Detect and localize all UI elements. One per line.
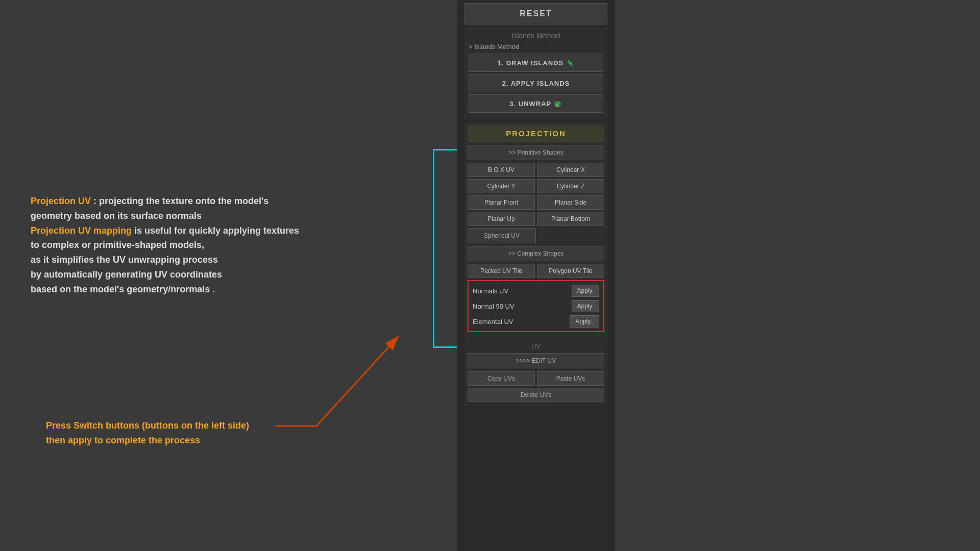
uv-section: UV >>>> EDIT UV Copy UVs Paste UVs Delet… [464,339,607,405]
complex-shapes-button[interactable]: >> Complex Shapes [468,246,604,261]
projection-uv-mapping-label: Projection UV mapping [31,226,132,236]
planar-front-button[interactable]: Planar Front [468,195,535,210]
description-line2: geometry based on its surface normals [31,209,327,223]
primitive-shapes-button[interactable]: >> Primitive Shapes [468,145,604,160]
normals-uv-apply-button[interactable]: Apply. [572,285,599,297]
description-line7: based on the model's geometry/nrormals . [31,282,327,297]
copy-uvs-button[interactable]: Copy UVs [468,371,535,386]
copy-paste-row: Copy UVs Paste UVs [468,371,604,386]
description-line4: to complex or primitive-shaped models, [31,238,327,253]
box-uv-button[interactable]: B O X UV [468,163,535,177]
elemental-uv-row: Elemental UV Apply.. [471,314,601,329]
instruction-line1: Press Switch buttons (buttons on the lef… [46,418,249,433]
normal-90-uv-label: Normal 90 UV [473,303,514,310]
planar-bottom-button[interactable]: Planar Bottom [537,212,604,226]
description-line5: as it simplifies the UV unwrapping proce… [31,253,327,267]
description-line6: by automatically generating UV coordinat… [31,267,327,282]
description-line1b: : projecting the texture onto the model'… [91,196,268,206]
normal-90-uv-row: Normal 90 UV Apply. [471,298,601,314]
btn-row-3: Planar Front Planar Side [468,195,604,210]
draw-islands-button[interactable]: 1. DRAW ISLANDS 🦎 [469,54,603,72]
description-line3b: is useful for quickly applying textures [132,226,299,236]
bracket-indicator [433,149,458,348]
cylinder-x-button[interactable]: Cylinder X [537,163,604,177]
islands-method-title: Islands Method [469,32,603,40]
btn-row-4: Planar Up Planar Bottom [468,212,604,226]
islands-section: Islands Method > Islands Method 1. DRAW … [464,28,607,119]
cylinder-y-button[interactable]: Cylinder Y [468,179,535,193]
reset-button[interactable]: RESET [464,3,607,24]
elemental-uv-apply-button[interactable]: Apply.. [570,315,599,328]
unwrap-button[interactable]: 3. UNWRAP 🐲 [469,94,603,113]
cylinder-z-button[interactable]: Cylinder Z [537,179,604,193]
polygon-uv-tile-button[interactable]: Polygon UV Tile [537,264,604,278]
instruction-line2: then apply to complete the process [46,433,249,448]
normals-uv-row: Normals UV Apply. [471,283,601,298]
edit-uv-button[interactable]: >>>> EDIT UV [468,353,604,368]
apply-islands-button[interactable]: 2. APPLY ISLANDS [469,74,603,92]
spherical-uv-button[interactable]: Spherical UV [468,228,536,243]
islands-submenu-label: > Islands Method [469,43,603,51]
projection-uv-label: Projection UV [31,196,91,206]
normals-uv-label: Normals UV [473,287,508,295]
elemental-uv-label: Elemental UV [473,318,513,325]
delete-uvs-button[interactable]: Delete UVs [468,388,604,402]
uv-header: UV [468,342,604,350]
planar-side-button[interactable]: Planar Side [537,195,604,210]
main-panel: RESET Islands Method > Islands Method 1.… [457,0,615,551]
projection-section: PROJECTION >> Primitive Shapes B O X UV … [464,122,607,337]
instruction-area: Press Switch buttons (buttons on the lef… [46,418,249,448]
btn-row-2: Cylinder Y Cylinder Z [468,179,604,193]
packed-polygon-row: Packed UV Tile Polygon UV Tile [468,264,604,278]
packed-uv-tile-button[interactable]: Packed UV Tile [468,264,535,278]
planar-up-button[interactable]: Planar Up [468,212,535,226]
normals-highlighted-section: Normals UV Apply. Normal 90 UV Apply. El… [468,280,604,332]
description-area: Projection UV : projecting the texture o… [31,194,327,297]
btn-row-1: B O X UV Cylinder X [468,163,604,177]
projection-header: PROJECTION [468,125,604,142]
paste-uvs-button[interactable]: Paste UVs [537,371,604,386]
normal-90-apply-button[interactable]: Apply. [572,300,599,312]
